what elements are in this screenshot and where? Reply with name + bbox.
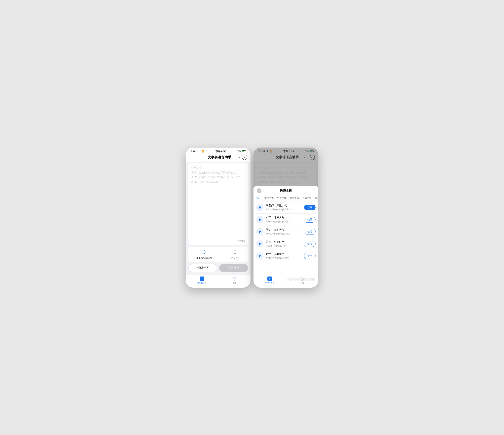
placeholder-step2: 步骤2:可以在下方选择您想要的不同语音配置; xyxy=(191,175,245,179)
voice-controls: 季老师/厚重大气 声音设置 xyxy=(189,247,248,262)
nav-title-left: 文字转语音助手 xyxy=(202,155,236,160)
use-button-2[interactable]: 使用 xyxy=(304,217,315,223)
record-button-left[interactable]: ⊙ xyxy=(242,155,247,160)
preview-button[interactable]: 试听一下 xyxy=(189,264,217,272)
status-time: 下午 6:55 xyxy=(216,150,226,153)
voice-tags-2: 新闻播报|旁白介绍|影视配音 xyxy=(266,220,302,223)
voice-info-5: 思悦—温柔稳重 新闻播报|宣传片|头条阅读 xyxy=(266,253,302,259)
placeholder-step3: 步骤3:开始转换或者试听一下 xyxy=(191,180,245,184)
status-right: 65% xyxy=(237,150,246,153)
tab-bar-left: T 文字转语音 下载 xyxy=(186,275,251,288)
voice-tags-1: 教育培训|商务宣传|专题宣传 xyxy=(266,208,302,211)
voice-item-3: 艾达—商务大气 商务宣传|政策解读|法律宣讲 使用 xyxy=(256,226,315,238)
play-button-5[interactable] xyxy=(256,252,263,260)
voice-name-1: 季老师—厚重大气 xyxy=(266,204,302,208)
settings-btn[interactable]: 声音设置 xyxy=(231,249,240,260)
left-phone: 无SIM卡 卡 📶 下午 6:55 65% 文字转语音助手 ··· ⊙ xyxy=(186,147,251,288)
use-button-5[interactable]: 使用 xyxy=(304,253,315,259)
cat-tab-foreign[interactable]: 外语主播 xyxy=(302,195,312,201)
sim-icon: 卡 xyxy=(199,150,201,153)
content-left: 制作过程 步骤1:在这里输入或者粘贴需要转换的文字; 步骤2:可以在下方选择您想… xyxy=(186,162,251,275)
text-input-area[interactable]: 制作过程 步骤1:在这里输入或者粘贴需要转换的文字; 步骤2:可以在下方选择您想… xyxy=(189,163,248,245)
char-count: 0/500字 xyxy=(238,240,245,243)
cat-tab-female[interactable]: 女声主播 xyxy=(264,195,274,201)
nav-buttons-left: ··· ⊙ xyxy=(236,155,247,160)
divider xyxy=(222,251,222,258)
tab-download-right[interactable]: 下载 xyxy=(286,276,318,284)
placeholder-step1: 步骤1:在这里输入或者粘贴需要转换的文字; xyxy=(191,171,245,175)
action-buttons: 试听一下 开始转换 xyxy=(189,264,248,272)
cat-tab-child[interactable]: 童声主播 xyxy=(289,195,299,201)
tts-app-icon-right: T xyxy=(267,277,272,281)
tab-tts-label-left: 文字转语音 xyxy=(198,282,207,284)
voice-name-3: 艾达—商务大气 xyxy=(266,228,302,232)
voice-name-5: 思悦—温柔稳重 xyxy=(266,253,302,256)
voice-selector-btn[interactable]: 季老师/厚重大气 xyxy=(197,249,212,260)
tab-tts-left[interactable]: T 文字转语音 xyxy=(186,276,218,284)
battery-percent: 65% xyxy=(237,150,241,153)
voice-tags-3: 商务宣传|政策解读|法律宣讲 xyxy=(266,232,302,235)
voice-name-2: 小军—浑厚大气 xyxy=(266,216,302,220)
tab-download-icon-right xyxy=(300,276,305,281)
voice-info-2: 小军—浑厚大气 新闻播报|旁白介绍|影视配音 xyxy=(266,216,302,223)
voice-tags-5: 新闻播报|宣传片|头条阅读 xyxy=(266,257,302,259)
modal-title: 选择主播 xyxy=(261,189,310,193)
play-triangle-3 xyxy=(259,230,261,233)
app-container: 无SIM卡 卡 📶 下午 6:55 65% 文字转语音助手 ··· ⊙ xyxy=(186,147,318,288)
tab-bar-right: T 文字转语音 下载 xyxy=(253,275,318,288)
placeholder-content: 制作过程 步骤1:在这里输入或者粘贴需要转换的文字; 步骤2:可以在下方选择您想… xyxy=(191,166,245,185)
status-bar-left: 无SIM卡 卡 📶 下午 6:55 65% xyxy=(186,147,251,154)
cat-tab-hot[interactable]: 热门 xyxy=(256,195,261,201)
voice-info-4: 芳芳—甜美自然 短视频|小说阅读|公众号 xyxy=(266,240,302,247)
wifi-icon: 📶 xyxy=(202,150,204,153)
play-button-4[interactable] xyxy=(256,240,263,247)
play-button-3[interactable] xyxy=(256,228,263,235)
status-left: 无SIM卡 卡 📶 xyxy=(190,150,204,153)
more-button-left[interactable]: ··· xyxy=(236,155,240,159)
voice-info-1: 季老师—厚重大气 教育培训|商务宣传|专题宣传 xyxy=(266,204,302,211)
gear-icon xyxy=(232,249,239,256)
voice-selector-label: 季老师/厚重大气 xyxy=(197,257,212,260)
play-button-1[interactable] xyxy=(256,204,263,211)
use-button-3[interactable]: 使用 xyxy=(304,229,315,235)
voice-item-2: 小军—浑厚大气 新闻播报|旁白介绍|影视配音 使用 xyxy=(256,214,315,226)
battery-icon xyxy=(242,150,246,152)
selected-button-1[interactable]: 已选 xyxy=(304,205,315,210)
cat-tab-dialect[interactable]: 方言主播 xyxy=(315,195,318,201)
close-button[interactable]: × xyxy=(257,188,261,193)
modal-sheet: × 选择主播 热门 女声主播 男声主播 童声主播 外语主播 方言主播 xyxy=(253,186,318,288)
mic-icon xyxy=(201,249,208,256)
cat-tab-male[interactable]: 男声主播 xyxy=(277,195,287,201)
play-triangle-4 xyxy=(259,243,261,245)
right-phone: 无SIM卡 卡 📶 下午 6:55 65% 文字转语音助手 ··· ⊙ xyxy=(253,147,318,288)
tab-tts-icon-left: T xyxy=(199,276,205,281)
voice-name-4: 芳芳—甜美自然 xyxy=(266,240,302,244)
voice-item-1: 季老师—厚重大气 教育培训|商务宣传|专题宣传 已选 xyxy=(256,201,315,214)
placeholder-title: 制作过程 xyxy=(191,166,245,170)
category-tabs: 热门 女声主播 男声主播 童声主播 外语主播 方言主播 xyxy=(253,195,318,201)
tab-download-icon-left xyxy=(232,276,237,281)
tab-download-label-right: 下载 xyxy=(300,282,304,284)
svg-point-2 xyxy=(235,252,236,253)
voice-info-3: 艾达—商务大气 商务宣传|政策解读|法律宣讲 xyxy=(266,228,302,235)
play-triangle-5 xyxy=(259,254,261,257)
modal-header: × 选择主播 xyxy=(253,186,318,195)
play-triangle-2 xyxy=(259,218,261,221)
carrier-text: 无SIM卡 xyxy=(190,150,198,153)
tab-tts-icon-right: T xyxy=(267,276,272,281)
convert-button[interactable]: 开始转换 xyxy=(219,264,248,272)
settings-label: 声音设置 xyxy=(231,257,240,260)
voice-list: 季老师—厚重大气 教育培训|商务宣传|专题宣传 已选 小军—浑厚大气 新闻播报|… xyxy=(253,201,318,275)
tab-download-left[interactable]: 下载 xyxy=(218,276,251,284)
play-button-2[interactable] xyxy=(256,216,263,223)
tab-download-label-left: 下载 xyxy=(233,282,236,284)
use-button-4[interactable]: 使用 xyxy=(304,241,315,247)
voice-tags-4: 短视频|小说阅读|公众号 xyxy=(266,245,302,247)
tab-tts-right[interactable]: T 文字转语音 xyxy=(253,276,286,284)
voice-item-4: 芳芳—甜美自然 短视频|小说阅读|公众号 使用 xyxy=(256,238,315,250)
voice-item-5: 思悦—温柔稳重 新闻播报|宣传片|头条阅读 使用 xyxy=(256,250,315,262)
tab-tts-label-right: 文字转语音 xyxy=(265,282,274,284)
nav-bar-left: 文字转语音助手 ··· ⊙ xyxy=(186,154,251,162)
play-triangle-1 xyxy=(259,206,261,209)
tts-app-icon-left: T xyxy=(200,277,204,281)
